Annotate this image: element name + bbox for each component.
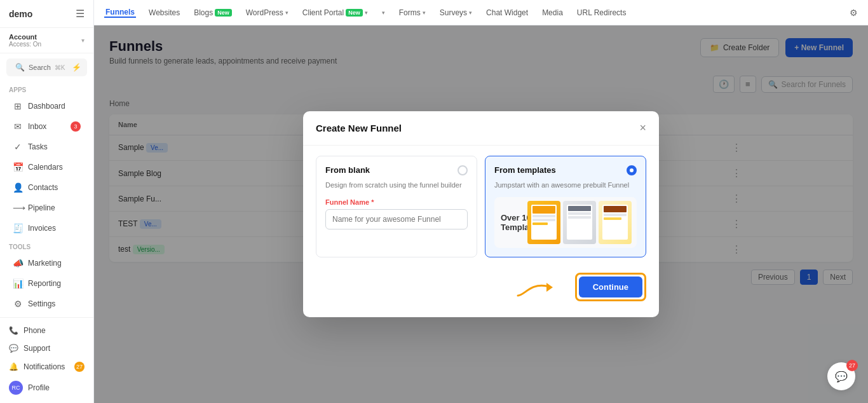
arrow-annotation	[512, 270, 569, 304]
chevron-down-icon: ▾	[81, 37, 85, 44]
gear-icon[interactable]: ⚙	[850, 8, 858, 18]
sidebar-item-tasks[interactable]: ✓ Tasks	[4, 137, 90, 156]
from-templates-radio[interactable]	[627, 165, 637, 175]
sidebar-item-calendars[interactable]: 📅 Calendars	[4, 158, 90, 177]
search-shortcut: ⌘K	[55, 64, 65, 71]
template-thumb-3	[599, 201, 632, 244]
funnel-name-input[interactable]	[325, 209, 468, 229]
inbox-badge: 3	[71, 121, 81, 132]
sidebar-item-label: Pipeline	[28, 203, 55, 212]
marketing-icon: 📣	[13, 258, 23, 268]
template-thumb-1	[527, 201, 560, 244]
notifications-badge: 27	[74, 362, 85, 372]
sidebar-item-support[interactable]: 💬 Support	[0, 339, 93, 357]
sidebar-item-settings[interactable]: ⚙ Settings	[4, 294, 90, 313]
nav-item-chatwidget[interactable]: Chat Widget	[485, 8, 529, 17]
sidebar-toggle-icon[interactable]: ☰	[76, 8, 85, 20]
profile-avatar: RC	[9, 381, 23, 395]
from-blank-title: From blank	[325, 165, 370, 175]
pipeline-icon: ⟶	[13, 203, 23, 213]
new-badge-2: New	[346, 9, 363, 17]
sidebar-item-dashboard[interactable]: ⊞ Dashboard	[4, 97, 90, 116]
notifications-icon: 🔔	[9, 362, 18, 371]
nav-item-more[interactable]: ▾	[381, 10, 386, 16]
continue-button[interactable]: Continue	[579, 277, 642, 297]
sidebar-item-marketing[interactable]: 📣 Marketing	[4, 254, 90, 273]
sidebar-item-invoices[interactable]: 🧾 Invoices	[4, 219, 90, 238]
chevron-icon: ▾	[382, 10, 385, 16]
sidebar-item-contacts[interactable]: 👤 Contacts	[4, 178, 90, 197]
sidebar-item-label: Support	[24, 344, 50, 353]
chevron-icon: ▾	[469, 10, 472, 16]
sidebar-item-reporting[interactable]: 📊 Reporting	[4, 274, 90, 293]
sidebar-item-inbox[interactable]: ✉ Inbox 3	[4, 117, 90, 136]
sidebar-item-phone[interactable]: 📞 Phone	[0, 322, 93, 339]
modal-footer: Continue	[303, 270, 659, 317]
contacts-icon: 👤	[13, 182, 23, 193]
nav-item-blogs[interactable]: Blogs New	[193, 8, 233, 17]
sidebar-item-label: Calendars	[28, 163, 63, 172]
sidebar-item-label: Marketing	[28, 259, 62, 268]
svg-marker-0	[546, 283, 553, 292]
nav-item-websites[interactable]: Websites	[147, 8, 181, 17]
nav-item-media[interactable]: Media	[541, 8, 564, 17]
account-sub: Access: On	[9, 41, 41, 48]
tasks-icon: ✓	[13, 142, 23, 152]
modal-title: Create New Funnel	[316, 123, 402, 133]
support-icon: 💬	[9, 344, 18, 353]
calendar-icon: 📅	[13, 162, 23, 172]
invoices-icon: 🧾	[13, 223, 23, 233]
apps-section-label: Apps	[0, 81, 93, 96]
from-templates-title: From templates	[494, 165, 556, 175]
chevron-icon: ▾	[423, 10, 426, 16]
main-content: Funnels Build funnels to generate leads,…	[94, 25, 868, 403]
modal-close-button[interactable]: ×	[639, 121, 646, 135]
sidebar: demo ☰ Account Access: On ▾ 🔍 Search ⌘K …	[0, 0, 94, 403]
create-funnel-modal: Create New Funnel × From blank Design fr…	[303, 111, 659, 317]
new-badge: New	[215, 9, 232, 17]
sidebar-item-label: Reporting	[28, 279, 61, 288]
arrow-svg	[512, 270, 569, 302]
nav-item-surveys[interactable]: Surveys ▾	[438, 8, 473, 17]
top-navigation: Funnels Websites Blogs New WordPress ▾ C…	[94, 0, 868, 25]
sidebar-item-notifications[interactable]: 🔔 Notifications 27	[0, 357, 93, 376]
sidebar-item-pipeline[interactable]: ⟶ Pipeline	[4, 198, 90, 217]
nav-item-forms[interactable]: Forms ▾	[398, 8, 427, 17]
sidebar-item-label: Notifications	[24, 362, 65, 371]
global-search[interactable]: 🔍 Search ⌘K ⚡	[6, 58, 87, 76]
sidebar-item-profile[interactable]: RC Profile	[0, 376, 93, 399]
search-icon: 🔍	[15, 63, 25, 72]
account-selector[interactable]: Account Access: On ▾	[0, 28, 93, 53]
chevron-icon: ▾	[365, 10, 368, 16]
app-logo: demo	[9, 9, 32, 19]
chevron-icon: ▾	[285, 10, 288, 16]
flash-icon: ⚡	[72, 63, 81, 72]
sidebar-item-label: Phone	[24, 326, 46, 335]
reporting-icon: 📊	[13, 278, 23, 289]
nav-item-wordpress[interactable]: WordPress ▾	[245, 8, 290, 17]
tools-section-label: Tools	[0, 238, 93, 253]
nav-item-urlredirects[interactable]: URL Redirects	[576, 8, 628, 17]
modal-overlay: Create New Funnel × From blank Design fr…	[94, 25, 868, 403]
chat-badge: 27	[846, 360, 858, 371]
dashboard-icon: ⊞	[13, 101, 23, 111]
from-blank-card[interactable]: From blank Design from scratch using the…	[316, 156, 477, 257]
sidebar-item-label: Contacts	[28, 183, 58, 192]
continue-button-wrapper: Continue	[575, 273, 646, 301]
sidebar-item-label: Invoices	[28, 224, 56, 233]
funnel-name-label: Funnel Name *	[325, 198, 468, 206]
sidebar-item-label: Settings	[28, 299, 55, 308]
nav-item-funnels[interactable]: Funnels	[104, 8, 136, 18]
from-templates-desc: Jumpstart with an awesome prebuilt Funne…	[494, 181, 637, 190]
search-label: Search	[29, 64, 51, 71]
account-label: Account	[9, 33, 41, 41]
inbox-icon: ✉	[13, 121, 23, 132]
chat-widget-button[interactable]: 💬 27	[827, 362, 855, 390]
templates-preview: Over 1000+ Templates	[494, 197, 637, 248]
template-thumb-2	[563, 201, 596, 244]
from-blank-radio[interactable]	[458, 165, 468, 175]
nav-item-clientportal[interactable]: Client Portal New ▾	[301, 8, 369, 17]
sidebar-item-label: Dashboard	[28, 102, 65, 111]
from-templates-card[interactable]: From templates Jumpstart with an awesome…	[485, 156, 646, 257]
sidebar-item-label: Profile	[28, 383, 50, 392]
